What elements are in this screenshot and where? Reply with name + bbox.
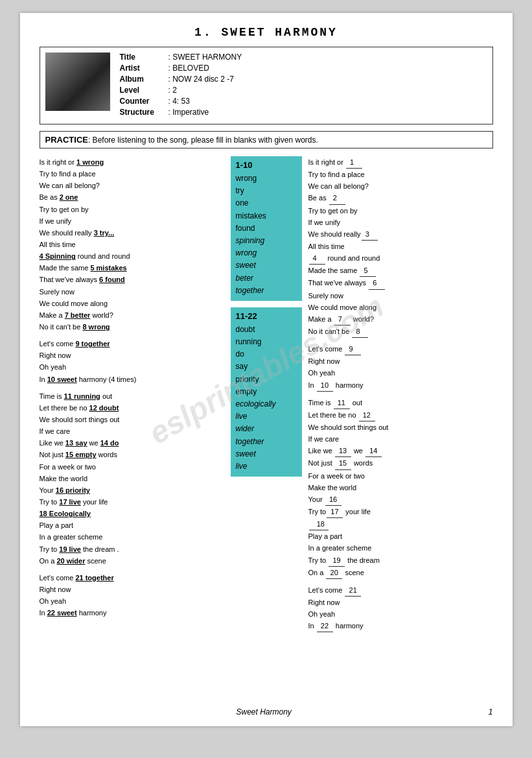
ex-line-15: No it can't be 8 [308, 326, 493, 338]
page-title: 1. SWEET HARMONY [40, 26, 493, 39]
ex-line-7: We should really 3 [308, 228, 493, 241]
structure-value: : Imperative [168, 108, 209, 117]
practice-bar: PRACTICE: Before listening to the song, … [40, 131, 493, 148]
info-row-level: Level : 2 [120, 86, 242, 95]
blank-19: 19 [329, 554, 345, 567]
blank-6: 6 [369, 277, 385, 289]
blank-17: 17 [327, 506, 343, 518]
lyric-line-1: Is it right or 1 wrong [40, 156, 224, 168]
ex-line-31: Play a part [308, 530, 493, 542]
lyric-line-26: For a week or two [40, 461, 224, 473]
word-say: say [236, 361, 297, 373]
blank-11: 11 [334, 397, 350, 409]
counter-label: Counter [120, 97, 165, 106]
word-priority: priority [236, 373, 297, 386]
ex-line-27: Make the world [308, 482, 493, 493]
lyric-line-16: Let's come 9 together [40, 338, 224, 349]
info-table: Title : SWEET HARMONY Artist : BELOVED A… [120, 53, 242, 119]
blank-4: 4 [309, 252, 325, 265]
lyric-line-12: Surely now [40, 286, 224, 298]
lyric-line-25: Not just 15 empty words [40, 449, 224, 460]
lyric-line-4: Be as 2 one [40, 191, 224, 203]
lyric-line-29: Try to 17 live your life [40, 496, 224, 508]
counter-value: : 4: 53 [168, 97, 190, 106]
practice-desc: : Before listening to the song, please f… [88, 136, 318, 145]
ex-line-6: If we unify [308, 217, 493, 228]
blank-14: 14 [365, 445, 382, 457]
word-do: do [236, 348, 297, 361]
ex-line-20: Time is 11 out [308, 397, 493, 409]
blank-18: 18 [309, 518, 329, 530]
word-spinning: spinning [236, 235, 297, 247]
lyric-line-34: On a 20 wider scene [40, 555, 224, 567]
lyric-line-14: Make a 7 better world? [40, 309, 224, 321]
lyric-line-13: We could move along [40, 298, 224, 309]
ex-line-8: All this time [308, 241, 493, 252]
main-content: Is it right or 1 wrong Try to find a pla… [40, 156, 493, 632]
word-one: one [236, 197, 297, 209]
lyric-line-21: Let there be no 12 doubt [40, 402, 224, 414]
lyric-line-38: In 22 sweet harmony [40, 607, 224, 619]
lyric-line-9: 4 Spinning round and round [40, 250, 224, 262]
ex-line-4: Be as 2 [308, 192, 493, 204]
ex-line-10: Made the same 5 [308, 265, 493, 277]
word-sweet2: sweet [236, 448, 297, 460]
word-wrong2: wrong [236, 247, 297, 259]
ex-line-33: Try to 19 the dream [308, 554, 493, 567]
blank-20: 20 [326, 567, 342, 579]
lyric-line-28: Your 16 priority [40, 484, 224, 496]
lyric-line-6: If we unify [40, 215, 224, 227]
info-row-counter: Counter : 4: 53 [120, 97, 242, 106]
ex-line-9: 4 round and round [308, 252, 493, 265]
footer-center: Sweet Harmony [236, 707, 291, 717]
ex-line-1: Is it right or 1 [308, 156, 493, 169]
word-beter: beter [236, 272, 297, 285]
practice-label: PRACTICE [45, 135, 88, 145]
footer-right: 1 [489, 707, 493, 717]
word-doubt: doubt [236, 324, 297, 336]
ex-line-26: For a week or two [308, 470, 493, 482]
word-mistakes: mistakes [236, 210, 297, 222]
ex-line-16: Let's come 9 [308, 343, 493, 355]
lyric-line-37: Oh yeah [40, 595, 224, 607]
album-value: : NOW 24 disc 2 -7 [168, 75, 234, 84]
lyric-line-8: All this time [40, 239, 224, 250]
blank-10: 10 [317, 379, 333, 392]
blank-22: 22 [317, 620, 333, 632]
word-box-1-10-title: 1-10 [236, 160, 297, 170]
ex-line-35: Let's come 21 [308, 584, 493, 597]
ex-line-12: Surely now [308, 290, 493, 302]
artist-value: : BELOVED [168, 64, 209, 73]
ex-line-2: Try to find a place [308, 169, 493, 180]
title-value: : SWEET HARMONY [168, 53, 242, 62]
lyric-line-10: Made the same 5 mistakes [40, 262, 224, 274]
ex-line-30: 18 [308, 518, 493, 530]
word-together2: together [236, 436, 297, 448]
artist-image [45, 53, 110, 111]
artist-label: Artist [120, 64, 165, 73]
ex-line-17: Right now [308, 355, 493, 367]
ex-line-36: Right now [308, 597, 493, 608]
ex-line-3: We can all belong? [308, 180, 493, 192]
word-live1: live [236, 410, 297, 423]
word-try: try [236, 185, 297, 197]
ex-line-25: Not just 15 words [308, 457, 493, 469]
ex-line-11: That we've always 6 [308, 277, 493, 289]
lyric-line-15: No it can't be 8 wrong [40, 321, 224, 333]
ex-line-34: On a 20 scene [308, 567, 493, 579]
lyric-line-7: We should really 3 try... [40, 227, 224, 239]
ex-line-18: Oh yeah [308, 367, 493, 379]
blank-3: 3 [362, 228, 378, 241]
lyric-line-32: In a greater scheme [40, 531, 224, 543]
ex-line-23: If we care [308, 433, 493, 445]
blank-15: 15 [335, 457, 351, 469]
page: eslprintables.com 1. SWEET HARMONY Title… [20, 13, 513, 726]
ex-line-14: Make a 7 world? [308, 313, 493, 326]
info-row-album: Album : NOW 24 disc 2 -7 [120, 75, 242, 84]
word-empty: empty [236, 386, 297, 398]
word-box-11-22: 11-22 doubt running do say priority empt… [231, 307, 302, 477]
lyric-line-27: Make the world [40, 473, 224, 484]
ex-line-37: Oh yeah [308, 608, 493, 620]
blank-16: 16 [325, 493, 341, 506]
word-found: found [236, 222, 297, 235]
